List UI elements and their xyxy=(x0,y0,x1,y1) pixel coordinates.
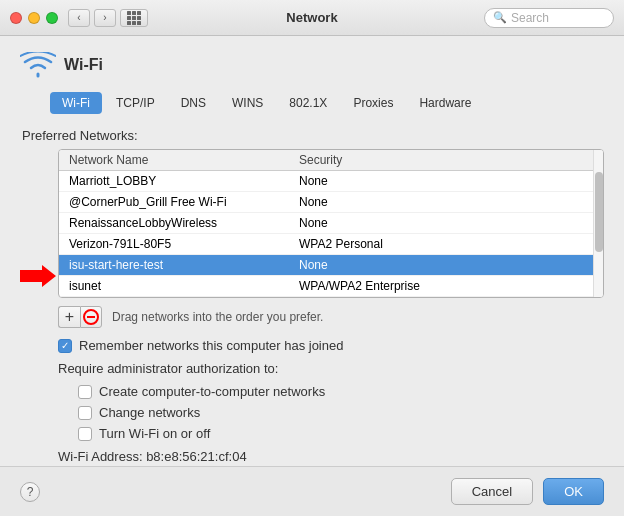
create-networks-label: Create computer-to-computer networks xyxy=(99,384,325,399)
wifi-address-row: Wi-Fi Address: b8:e8:56:21:cf:04 xyxy=(58,449,604,464)
nav-buttons: ‹ › xyxy=(68,9,116,27)
preferred-networks-label: Preferred Networks: xyxy=(22,128,604,143)
network-table: Network Name Security Marriott_LOBBY Non… xyxy=(58,149,604,298)
tab-dns[interactable]: DNS xyxy=(169,92,218,114)
network-security: None xyxy=(299,174,593,188)
add-network-button[interactable]: + xyxy=(58,306,80,328)
wifi-address-value: b8:e8:56:21:cf:04 xyxy=(146,449,246,464)
grid-icon xyxy=(127,11,141,25)
network-name: isu-start-here-test xyxy=(69,258,299,272)
change-networks-row[interactable]: Change networks xyxy=(78,405,604,420)
turn-wifi-label: Turn Wi-Fi on or off xyxy=(99,426,210,441)
network-security: None xyxy=(299,258,593,272)
network-name: Verizon-791L-80F5 xyxy=(69,237,299,251)
remove-minus-icon xyxy=(87,316,95,318)
tab-proxies[interactable]: Proxies xyxy=(341,92,405,114)
network-name: isunet xyxy=(69,279,299,293)
red-arrow-annotation xyxy=(20,265,56,290)
turn-wifi-row[interactable]: Turn Wi-Fi on or off xyxy=(78,426,604,441)
minimize-button[interactable] xyxy=(28,12,40,24)
search-box[interactable]: 🔍 Search xyxy=(484,8,614,28)
window-title: Network xyxy=(286,10,337,25)
tab-wifi[interactable]: Wi-Fi xyxy=(50,92,102,114)
grid-button[interactable] xyxy=(120,9,148,27)
wifi-icon xyxy=(20,52,52,78)
bottom-actions: Cancel OK xyxy=(451,478,604,505)
wifi-address-label: Wi-Fi Address: xyxy=(58,449,143,464)
wifi-header: Wi-Fi xyxy=(20,52,604,78)
remove-circle-icon xyxy=(83,309,99,325)
remember-networks-row[interactable]: Remember networks this computer has join… xyxy=(58,338,604,353)
table-header: Network Name Security xyxy=(59,150,603,171)
network-name: @CornerPub_Grill Free Wi-Fi xyxy=(69,195,299,209)
wifi-label: Wi-Fi xyxy=(64,56,103,74)
network-security: None xyxy=(299,216,593,230)
network-name: Marriott_LOBBY xyxy=(69,174,299,188)
require-admin-label: Require administrator authorization to: xyxy=(58,361,604,376)
tab-8021x[interactable]: 802.1X xyxy=(277,92,339,114)
remember-networks-checkbox[interactable] xyxy=(58,339,72,353)
table-row[interactable]: @CornerPub_Grill Free Wi-Fi None xyxy=(59,192,603,213)
col-header-name: Network Name xyxy=(69,153,299,167)
search-icon: 🔍 xyxy=(493,11,507,24)
cancel-button[interactable]: Cancel xyxy=(451,478,533,505)
network-security: WPA/WPA2 Enterprise xyxy=(299,279,593,293)
remember-networks-label: Remember networks this computer has join… xyxy=(79,338,343,353)
main-panel: Wi-Fi Wi-Fi TCP/IP DNS WINS 802.1X Proxi… xyxy=(0,36,624,480)
table-row[interactable]: Marriott_LOBBY None xyxy=(59,171,603,192)
network-table-wrapper: Network Name Security Marriott_LOBBY Non… xyxy=(58,149,604,298)
network-name: RenaissanceLobbyWireless xyxy=(69,216,299,230)
close-button[interactable] xyxy=(10,12,22,24)
table-row[interactable]: isunet WPA/WPA2 Enterprise xyxy=(59,276,603,297)
change-networks-checkbox[interactable] xyxy=(78,406,92,420)
tab-tcpip[interactable]: TCP/IP xyxy=(104,92,167,114)
add-remove-row: + Drag networks into the order you prefe… xyxy=(58,306,604,328)
network-security: WPA2 Personal xyxy=(299,237,593,251)
table-row-selected[interactable]: isu-start-here-test None xyxy=(59,255,603,276)
traffic-lights xyxy=(10,12,58,24)
maximize-button[interactable] xyxy=(46,12,58,24)
help-button[interactable]: ? xyxy=(20,482,40,502)
search-placeholder: Search xyxy=(511,11,549,25)
table-row[interactable]: Verizon-791L-80F5 WPA2 Personal xyxy=(59,234,603,255)
titlebar: ‹ › Network 🔍 Search xyxy=(0,0,624,36)
table-row[interactable]: RenaissanceLobbyWireless None xyxy=(59,213,603,234)
back-button[interactable]: ‹ xyxy=(68,9,90,27)
tab-hardware[interactable]: Hardware xyxy=(407,92,483,114)
scrollbar-thumb[interactable] xyxy=(595,172,603,252)
ok-button[interactable]: OK xyxy=(543,478,604,505)
create-networks-row[interactable]: Create computer-to-computer networks xyxy=(78,384,604,399)
col-header-security: Security xyxy=(299,153,593,167)
network-security: None xyxy=(299,195,593,209)
change-networks-label: Change networks xyxy=(99,405,200,420)
drag-hint-label: Drag networks into the order you prefer. xyxy=(112,310,323,324)
turn-wifi-checkbox[interactable] xyxy=(78,427,92,441)
remove-network-button[interactable] xyxy=(80,306,102,328)
create-networks-checkbox[interactable] xyxy=(78,385,92,399)
tabs-container: Wi-Fi TCP/IP DNS WINS 802.1X Proxies Har… xyxy=(50,92,604,114)
tab-wins[interactable]: WINS xyxy=(220,92,275,114)
forward-button[interactable]: › xyxy=(94,9,116,27)
scrollbar[interactable] xyxy=(593,150,603,297)
svg-marker-0 xyxy=(20,265,56,287)
bottom-bar: ? Cancel OK xyxy=(0,466,624,516)
